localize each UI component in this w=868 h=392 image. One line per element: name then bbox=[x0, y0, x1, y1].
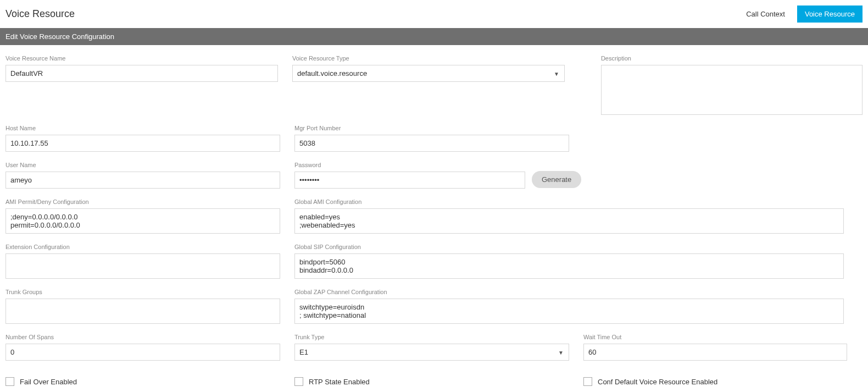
field-trunk-groups: Trunk Groups bbox=[5, 289, 280, 324]
field-extension-config: Extension Configuration bbox=[5, 244, 280, 279]
textarea-global-zap[interactable] bbox=[294, 299, 844, 324]
label-password: Password bbox=[294, 162, 525, 168]
textarea-ami-permit-deny[interactable] bbox=[5, 208, 280, 234]
label-description: Description bbox=[601, 55, 863, 62]
select-voice-resource-type[interactable] bbox=[292, 65, 565, 82]
label-mgr-port-number: Mgr Port Number bbox=[294, 125, 569, 131]
field-fail-over-enabled: Fail Over Enabled bbox=[5, 377, 280, 386]
label-global-sip: Global SIP Configuration bbox=[294, 244, 844, 250]
textarea-global-ami[interactable] bbox=[294, 208, 844, 234]
label-rtp-state-enabled: RTP State Enabled bbox=[309, 378, 370, 386]
field-global-ami: Global AMI Configuration bbox=[294, 198, 844, 234]
tab-call-context[interactable]: Call Context bbox=[738, 5, 793, 23]
label-fail-over-enabled: Fail Over Enabled bbox=[20, 378, 77, 386]
section-header: Edit Voice Resource Configuration bbox=[0, 28, 868, 45]
textarea-description[interactable] bbox=[601, 65, 863, 115]
textarea-trunk-groups[interactable] bbox=[5, 299, 280, 324]
checkbox-conf-default-vr-enabled[interactable] bbox=[583, 377, 592, 386]
label-global-zap: Global ZAP Channel Configuration bbox=[294, 289, 844, 295]
field-ami-permit-deny: AMI Permit/Deny Configuration bbox=[5, 198, 280, 234]
label-extension-config: Extension Configuration bbox=[5, 244, 280, 250]
label-voice-resource-name: Voice Resource Name bbox=[5, 55, 278, 62]
label-global-ami: Global AMI Configuration bbox=[294, 198, 844, 205]
field-number-of-spans: Number Of Spans bbox=[5, 334, 280, 361]
label-trunk-type: Trunk Type bbox=[294, 334, 569, 340]
input-user-name[interactable] bbox=[5, 172, 280, 189]
textarea-extension-config[interactable] bbox=[5, 253, 280, 279]
field-global-zap: Global ZAP Channel Configuration bbox=[294, 289, 844, 324]
tab-strip: Call Context Voice Resource bbox=[738, 5, 863, 23]
page-title: Voice Resource bbox=[5, 8, 75, 20]
label-user-name: User Name bbox=[5, 162, 280, 168]
top-bar: Voice Resource Call Context Voice Resour… bbox=[0, 0, 868, 28]
input-mgr-port-number[interactable] bbox=[294, 135, 569, 152]
label-conf-default-vr-enabled: Conf Default Voice Resource Enabled bbox=[598, 378, 717, 386]
field-voice-resource-name: Voice Resource Name bbox=[5, 55, 278, 115]
input-wait-time-out[interactable] bbox=[583, 344, 847, 361]
input-number-of-spans[interactable] bbox=[5, 344, 280, 361]
field-wait-time-out: Wait Time Out bbox=[583, 334, 847, 361]
form-area: Voice Resource Name Voice Resource Type … bbox=[0, 45, 868, 392]
field-user-name: User Name bbox=[5, 162, 280, 189]
input-password[interactable] bbox=[294, 172, 525, 189]
label-trunk-groups: Trunk Groups bbox=[5, 289, 280, 295]
field-voice-resource-type: Voice Resource Type ▼ bbox=[292, 55, 565, 115]
generate-button[interactable]: Generate bbox=[532, 171, 581, 188]
field-rtp-state-enabled: RTP State Enabled bbox=[294, 377, 569, 386]
checkbox-rtp-state-enabled[interactable] bbox=[294, 377, 303, 386]
label-host-name: Host Name bbox=[5, 125, 280, 131]
field-conf-default-vr-enabled: Conf Default Voice Resource Enabled bbox=[583, 377, 847, 386]
label-voice-resource-type: Voice Resource Type bbox=[292, 55, 565, 62]
field-description: Description bbox=[601, 55, 863, 115]
input-host-name[interactable] bbox=[5, 135, 280, 152]
field-password: Password bbox=[294, 162, 525, 189]
field-trunk-type: Trunk Type ▼ bbox=[294, 334, 569, 361]
field-global-sip: Global SIP Configuration bbox=[294, 244, 844, 279]
field-mgr-port-number: Mgr Port Number bbox=[294, 125, 569, 152]
input-voice-resource-name[interactable] bbox=[5, 65, 278, 82]
checkbox-fail-over-enabled[interactable] bbox=[5, 377, 14, 386]
label-ami-permit-deny: AMI Permit/Deny Configuration bbox=[5, 198, 280, 205]
tab-voice-resource[interactable]: Voice Resource bbox=[797, 5, 863, 23]
textarea-global-sip[interactable] bbox=[294, 253, 844, 279]
label-number-of-spans: Number Of Spans bbox=[5, 334, 280, 340]
select-trunk-type[interactable] bbox=[294, 344, 569, 361]
label-wait-time-out: Wait Time Out bbox=[583, 334, 847, 340]
field-host-name: Host Name bbox=[5, 125, 280, 152]
